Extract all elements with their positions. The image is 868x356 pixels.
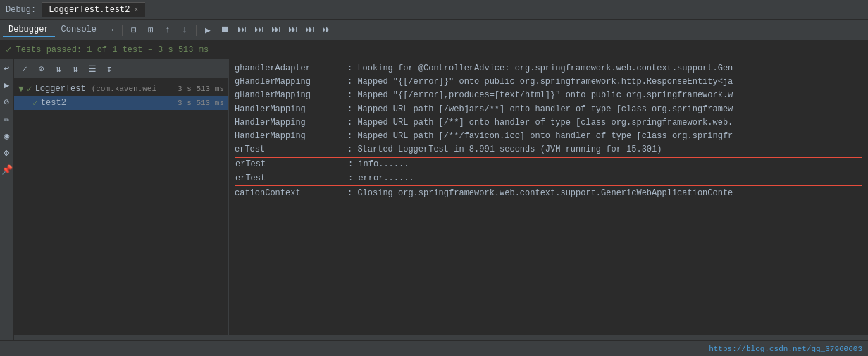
status-bar: https://blog.csdn.net/qq_37960603 <box>0 340 868 356</box>
log-line: HandlerMapping: Mapped URL path [/webjar… <box>235 103 862 116</box>
side-icon-play[interactable]: ▶ <box>1 79 13 92</box>
log-source: gHandlerMapping <box>235 75 347 89</box>
tree-time-test2: 3 s 513 ms <box>178 99 224 107</box>
log-line: gHandlerMapping: Mapped "{[/error],produ… <box>235 89 862 102</box>
left-btn-1[interactable]: ✓ <box>17 61 32 77</box>
log-line: erTest: error...... <box>235 172 862 185</box>
toolbar-btn-10[interactable]: ⏭ <box>285 23 300 38</box>
side-icon-edit[interactable]: ✏ <box>1 113 13 125</box>
left-toolbar: ✓ ⊘ ⇅ ⇅ ☰ ↧ <box>14 59 228 79</box>
log-message: : Mapped URL path [/webjars/**] onto han… <box>347 103 733 116</box>
console-output[interactable]: ghandlerAdapter: Looking for @Controller… <box>229 59 868 335</box>
log-source: erTest <box>235 143 347 156</box>
log-line: erTest: Started LoggerTest in 8.991 seco… <box>235 143 862 156</box>
tab-group: Debugger Console → <box>3 23 118 38</box>
tree-pass-icon-test2: ✓ <box>32 97 38 109</box>
log-line: cationContext: Closing org.springframewo… <box>235 187 862 200</box>
toolbar-btn-12[interactable]: ⏭ <box>318 23 334 38</box>
log-source: HandlerMapping <box>235 116 347 130</box>
tree-label-loggertest: LoggerTest <box>35 84 86 94</box>
side-strip: ↩ ▶ ⊘ ✏ ◉ ⚙ 📌 <box>0 59 14 340</box>
log-message: : Started LoggerTest in 8.991 seconds (J… <box>347 143 662 156</box>
tree-item-loggertest[interactable]: ▼ ✓ LoggerTest (com.kaven.wei 3 s 513 ms <box>14 82 228 96</box>
tree-check-icon-loggertest: ▼ <box>18 84 24 94</box>
toolbar-btn-7[interactable]: ⏭ <box>234 23 249 38</box>
log-message: : Mapped URL path [/**/favicon.ico] onto… <box>347 130 733 143</box>
toolbar-btn-6[interactable]: ⏹ <box>217 23 232 38</box>
side-icon-settings[interactable]: ⚙ <box>1 147 13 159</box>
log-message: : Mapped "{[/error]}" onto public org.sp… <box>347 75 733 89</box>
log-source: cationContext <box>235 187 347 200</box>
tree-label-test2: test2 <box>41 98 66 108</box>
toolbar-btn-8[interactable]: ⏭ <box>251 23 266 38</box>
right-panel: ghandlerAdapter: Looking for @Controller… <box>229 59 868 340</box>
side-icon-pin[interactable]: 📌 <box>1 164 13 176</box>
log-source: gHandlerMapping <box>235 89 347 102</box>
tab-console[interactable]: Console <box>56 23 102 37</box>
log-source: ghandlerAdapter <box>235 62 347 75</box>
debug-label: Debug: <box>6 5 36 15</box>
log-source: erTest <box>235 172 348 185</box>
log-source: HandlerMapping <box>235 103 347 116</box>
toolbar-btn-4[interactable]: ↓ <box>177 23 192 38</box>
side-icon-back[interactable]: ↩ <box>1 62 13 75</box>
side-icon-stop[interactable]: ⊘ <box>1 96 13 109</box>
tree-pass-icon-loggertest: ✓ <box>27 83 32 94</box>
main-content: ↩ ▶ ⊘ ✏ ◉ ⚙ 📌 ✓ ⊘ ⇅ ⇅ ☰ ↧ ▼ ✓ LoggerTest… <box>0 59 868 340</box>
tab-debugger[interactable]: Debugger <box>3 23 55 37</box>
left-btn-list[interactable]: ☰ <box>85 61 100 77</box>
toolbar-separator-2 <box>196 25 197 36</box>
toolbar-btn-5[interactable]: ▶ <box>200 23 216 38</box>
console-scrollbar[interactable] <box>229 335 868 340</box>
log-message: : Mapped "{[/error],produces=[text/html]… <box>347 89 733 102</box>
log-line: HandlerMapping: Mapped URL path [/**/fav… <box>235 130 862 143</box>
tab-close-icon[interactable]: × <box>134 6 138 14</box>
tree-item-test2[interactable]: ✓ test2 3 s 513 ms <box>14 96 228 110</box>
log-source: HandlerMapping <box>235 130 347 143</box>
toolbar-btn-9[interactable]: ⏭ <box>268 23 283 38</box>
toolbar-btn-2[interactable]: ⊞ <box>143 23 159 38</box>
test-tree: ▼ ✓ LoggerTest (com.kaven.wei 3 s 513 ms… <box>14 79 228 335</box>
left-btn-sort2[interactable]: ⇅ <box>68 61 83 77</box>
left-btn-export[interactable]: ↧ <box>101 61 117 77</box>
sub-toolbar: Debugger Console → ⊟ ⊞ ↑ ↓ ▶ ⏹ ⏭ ⏭ ⏭ ⏭ ⏭… <box>0 20 868 41</box>
toolbar-btn-11[interactable]: ⏭ <box>302 23 317 38</box>
tree-sublabel-loggertest: (com.kaven.wei <box>92 85 156 93</box>
left-btn-sort1[interactable]: ⇅ <box>51 61 66 77</box>
test-pass-icon: ✓ <box>6 44 11 56</box>
left-panel: ✓ ⊘ ⇅ ⇅ ☰ ↧ ▼ ✓ LoggerTest (com.kaven.we… <box>14 59 229 340</box>
log-line: erTest: info...... <box>235 158 862 171</box>
log-message: : Mapped URL path [/**] onto handler of … <box>347 116 733 130</box>
title-bar: Debug: LoggerTest.test2 × <box>0 0 868 20</box>
log-message: : error...... <box>348 172 414 185</box>
highlighted-log-group: erTest: info......erTest: error...... <box>235 157 862 185</box>
log-message: : Looking for @ControllerAdvice: org.spr… <box>347 62 733 75</box>
tab-debugger-label: Debugger <box>8 25 49 35</box>
tab-label: LoggerTest.test2 <box>49 5 130 15</box>
side-icon-camera[interactable]: ◉ <box>1 130 13 142</box>
main-tab[interactable]: LoggerTest.test2 × <box>42 2 145 17</box>
toolbar-btn-1[interactable]: ⊟ <box>126 23 142 38</box>
log-line: HandlerMapping: Mapped URL path [/**] on… <box>235 116 862 130</box>
log-source: erTest <box>235 158 348 171</box>
log-message: : Closing org.springframework.web.contex… <box>347 187 733 200</box>
toolbar-separator <box>122 25 123 36</box>
test-result-text: Tests passed: 1 of 1 test – 3 s 513 ms <box>16 45 209 55</box>
toolbar-btn-3[interactable]: ↑ <box>160 23 175 38</box>
left-btn-2[interactable]: ⊘ <box>34 61 49 77</box>
test-result-bar: ✓ Tests passed: 1 of 1 test – 3 s 513 ms <box>0 41 868 59</box>
redirect-icon[interactable]: → <box>103 23 118 38</box>
log-line: ghandlerAdapter: Looking for @Controller… <box>235 62 862 75</box>
log-line: gHandlerMapping: Mapped "{[/error]}" ont… <box>235 75 862 89</box>
tab-console-label: Console <box>61 25 97 35</box>
status-url[interactable]: https://blog.csdn.net/qq_37960603 <box>709 345 862 353</box>
tree-time-loggertest: 3 s 513 ms <box>178 85 224 93</box>
left-scrollbar[interactable] <box>14 335 228 340</box>
log-message: : info...... <box>348 158 409 171</box>
